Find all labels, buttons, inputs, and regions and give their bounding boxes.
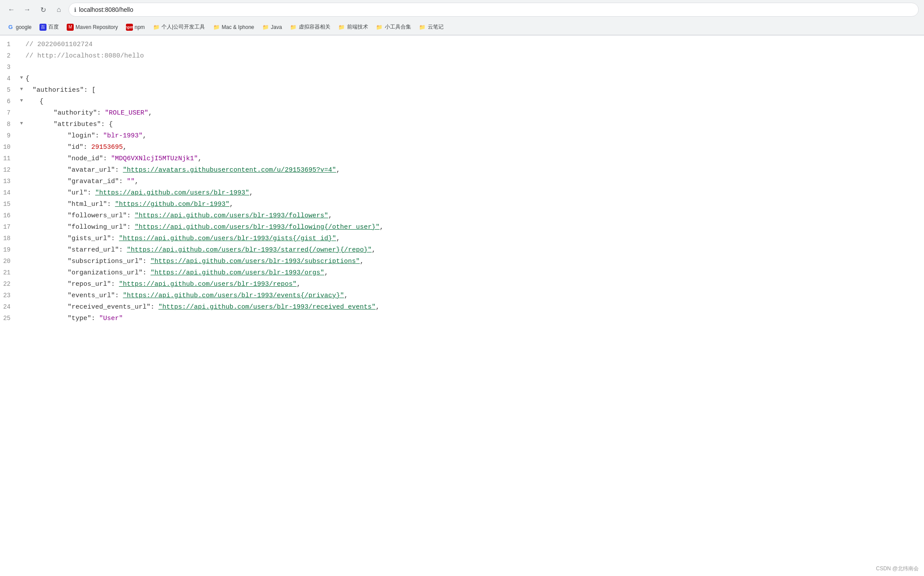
code-line-13: 13 "gravatar_id": "",	[0, 176, 924, 187]
code-line-10: 10 "id": 29153695,	[0, 142, 924, 153]
avatar-url-link[interactable]: "https://avatars.githubusercontent.com/u…	[123, 166, 336, 174]
following-url-link[interactable]: "https://api.github.com/users/blr-1993/f…	[135, 223, 380, 231]
code-line-19: 19 "starred_url": "https://api.github.co…	[0, 245, 924, 256]
bookmark-java[interactable]: 📁 Java	[258, 22, 285, 32]
line-num-20: 20	[0, 256, 18, 266]
google-icon: G	[7, 24, 14, 31]
folder-icon: 📁	[262, 24, 269, 31]
bookmark-label: 虚拟容器相关	[299, 23, 330, 31]
nav-bar: ← → ↻ ⌂ ℹ localhost:8080/hello	[0, 0, 924, 19]
code-line-12: 12 "avatar_url": "https://avatars.github…	[0, 165, 924, 176]
line-num-9: 9	[0, 130, 18, 140]
forward-button[interactable]: →	[21, 4, 33, 16]
url-link[interactable]: "https://api.github.com/users/blr-1993"	[95, 189, 249, 197]
toggle-16	[18, 210, 25, 211]
code-line-20: 20 "subscriptions_url": "https://api.git…	[0, 256, 924, 267]
line-num-23: 23	[0, 290, 18, 300]
code-line-5: 5 ▼ "authorities": [	[0, 85, 924, 96]
address-bar[interactable]: ℹ localhost:8080/hello	[68, 3, 919, 17]
code-line-7: 7 "authority": "ROLE_USER",	[0, 108, 924, 119]
starred-url-link[interactable]: "https://api.github.com/users/blr-1993/s…	[127, 246, 372, 254]
received-events-url-link[interactable]: "https://api.github.com/users/blr-1993/r…	[158, 303, 376, 311]
content-17: "following_url": "https://api.github.com…	[25, 222, 924, 233]
subscriptions-url-link[interactable]: "https://api.github.com/users/blr-1993/s…	[150, 258, 360, 265]
orgs-url-link[interactable]: "https://api.github.com/users/blr-1993/o…	[150, 269, 324, 277]
code-area: 1 // 20220601102724 2 // http://localhos…	[0, 36, 924, 328]
toggle-17	[18, 222, 25, 223]
content-21: "organizations_url": "https://api.github…	[25, 267, 924, 278]
line-num-22: 22	[0, 279, 18, 289]
content-13: "gravatar_id": "",	[25, 176, 924, 187]
content-10: "id": 29153695,	[25, 142, 924, 153]
line-num-4: 4	[0, 73, 18, 83]
toggle-24	[18, 302, 25, 302]
code-line-23: 23 "events_url": "https://api.github.com…	[0, 290, 924, 302]
events-url-link[interactable]: "https://api.github.com/users/blr-1993/e…	[123, 292, 344, 299]
toggle-3	[18, 62, 25, 63]
line-num-3: 3	[0, 62, 18, 72]
bookmarks-bar: G google 百 百度 M Maven Repository npm npm…	[0, 19, 924, 35]
line-num-21: 21	[0, 267, 18, 277]
bookmark-maven[interactable]: M Maven Repository	[63, 22, 122, 32]
bookmark-label: 个人|公司开发工具	[161, 23, 205, 31]
toggle-22	[18, 279, 25, 280]
code-line-24: 24 "received_events_url": "https://api.g…	[0, 302, 924, 313]
bookmark-dev-tools[interactable]: 📁 个人|公司开发工具	[149, 22, 208, 32]
code-line-16: 16 "followers_url": "https://api.github.…	[0, 210, 924, 222]
bookmark-label: Java	[271, 24, 282, 30]
code-line-6: 6 ▼ {	[0, 96, 924, 108]
line-num-16: 16	[0, 210, 18, 220]
toggle-21	[18, 267, 25, 268]
gists-url-link[interactable]: "https://api.github.com/users/blr-1993/g…	[119, 235, 336, 242]
folder-icon: 📁	[290, 24, 297, 31]
watermark: CSDN @北纬南会	[876, 565, 919, 572]
code-line-21: 21 "organizations_url": "https://api.git…	[0, 267, 924, 279]
bookmark-mac-iphone[interactable]: 📁 Mac & Iphone	[209, 22, 258, 32]
toggle-5[interactable]: ▼	[18, 85, 25, 94]
content-19: "starred_url": "https://api.github.com/u…	[25, 245, 924, 256]
folder-icon: 📁	[338, 24, 345, 31]
toggle-1	[18, 39, 25, 40]
followers-url-link[interactable]: "https://api.github.com/users/blr-1993/f…	[135, 212, 328, 220]
toggle-2	[18, 50, 25, 51]
toggle-6[interactable]: ▼	[18, 96, 25, 105]
page-content: 1 // 20220601102724 2 // http://localhos…	[0, 36, 924, 576]
line-num-24: 24	[0, 302, 18, 312]
toggle-4[interactable]: ▼	[18, 73, 25, 82]
bookmark-npm[interactable]: npm npm	[122, 22, 148, 32]
toggle-7	[18, 108, 25, 108]
repos-url-link[interactable]: "https://api.github.com/users/blr-1993/r…	[119, 281, 297, 288]
code-line-1: 1 // 20220601102724	[0, 39, 924, 50]
html-url-link[interactable]: "https://github.com/blr-1993"	[115, 201, 229, 208]
line-num-15: 15	[0, 199, 18, 209]
bookmark-label: 云笔记	[428, 23, 444, 31]
content-5: "authorities": [	[25, 85, 924, 96]
bookmark-google[interactable]: G google	[4, 22, 35, 32]
line-num-2: 2	[0, 50, 18, 61]
content-18: "gists_url": "https://api.github.com/use…	[25, 233, 924, 244]
back-button[interactable]: ←	[5, 4, 18, 16]
baidu-icon: 百	[39, 24, 47, 31]
toggle-8[interactable]: ▼	[18, 119, 25, 128]
bookmark-label: Maven Repository	[75, 24, 118, 30]
bookmark-frontend[interactable]: 📁 前端技术	[335, 22, 372, 32]
bookmark-tools[interactable]: 📁 小工具合集	[372, 22, 415, 32]
toggle-15	[18, 199, 25, 200]
line-num-7: 7	[0, 108, 18, 118]
code-line-25: 25 "type": "User"	[0, 313, 924, 324]
bookmark-baidu[interactable]: 百 百度	[36, 22, 62, 32]
line-num-25: 25	[0, 313, 18, 323]
bookmark-label: 前端技术	[347, 23, 368, 31]
content-15: "html_url": "https://github.com/blr-1993…	[25, 199, 924, 210]
line-num-13: 13	[0, 176, 18, 186]
toggle-12	[18, 165, 25, 166]
home-button[interactable]: ⌂	[53, 4, 65, 16]
line-num-12: 12	[0, 165, 18, 175]
code-line-8: 8 ▼ "attributes": {	[0, 119, 924, 130]
code-line-17: 17 "following_url": "https://api.github.…	[0, 222, 924, 233]
toggle-10	[18, 142, 25, 143]
bookmark-notes[interactable]: 📁 云笔记	[415, 22, 447, 32]
reload-button[interactable]: ↻	[37, 4, 49, 16]
maven-icon: M	[67, 24, 74, 31]
bookmark-virtual[interactable]: 📁 虚拟容器相关	[287, 22, 334, 32]
